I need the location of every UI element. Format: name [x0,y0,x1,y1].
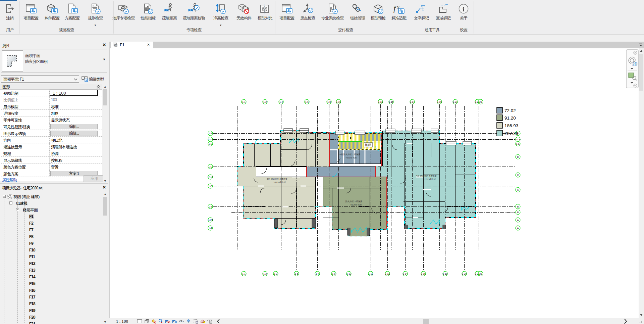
svg-text:f: f [393,4,397,13]
svg-text:C: C [517,189,519,191]
svg-text:C: C [517,174,519,176]
svg-text:1-4: 1-4 [279,101,283,103]
svg-text:A: A [517,219,519,221]
svg-text:1-5: 1-5 [295,273,298,275]
svg-text:186.93平方米: 186.93平方米 [273,181,286,184]
svg-text:227.29: 227.29 [504,131,518,136]
svg-text:1-21: 1-21 [453,101,458,103]
svg-text:1-F: 1-F [209,132,212,135]
svg-text:1-1: 1-1 [242,101,246,103]
svg-text:1-19: 1-19 [437,101,442,103]
svg-text:1-10: 1-10 [346,273,351,275]
svg-text:23: 23 [479,273,482,275]
svg-text:1-2: 1-2 [263,273,267,275]
svg-text:1-1: 1-1 [242,273,246,275]
svg-text:B座 防火分区 2 喷淋栗: B座 防火分区 2 喷淋栗 [267,178,287,180]
svg-text:i: i [463,6,464,13]
svg-text:1/1-E: 1/1-E [515,138,521,141]
svg-text:1-15: 1-15 [389,101,393,103]
svg-text:1-17: 1-17 [410,101,415,103]
svg-text:1-18: 1-18 [443,273,447,275]
svg-text:23: 23 [479,101,482,103]
svg-text:1-16: 1-16 [421,273,426,275]
svg-text:1-B: 1-B [209,205,212,208]
svg-text:1-14: 1-14 [403,273,408,275]
svg-text:1 : 100: 1 : 100 [116,319,128,324]
svg-text:1-1/A: 1-1/A [208,219,213,221]
svg-text:1/1-C: 1/1-C [207,176,213,178]
svg-text:楼梯: 楼梯 [365,143,371,147]
svg-text:227.29平方米: 227.29平方米 [423,178,436,181]
svg-text:1-2: 1-2 [263,101,267,103]
svg-text:1-C: 1-C [208,185,212,187]
svg-text:1-9: 1-9 [332,273,335,275]
svg-text:A: A [517,227,519,229]
svg-text:1-11: 1-11 [368,273,373,275]
svg-text:1-8: 1-8 [327,101,331,103]
svg-text:72.02平方米: 72.02平方米 [345,156,357,159]
svg-text:2D: 2D [632,62,638,66]
svg-text:A座 防火分区 1 喷淋栗: A座 防火分区 1 喷淋栗 [339,153,360,156]
svg-text:91.20: 91.20 [504,115,516,121]
svg-text:1-A: 1-A [209,227,212,229]
svg-text:1-E: 1-E [516,143,520,145]
svg-text:91.20平方米: 91.20平方米 [351,203,362,206]
svg-text:1/1-E: 1/1-E [208,138,213,141]
svg-text:B: B [517,211,519,214]
svg-text:D: D [517,156,519,158]
svg-text:72.02: 72.02 [504,108,516,113]
svg-text:1-7: 1-7 [316,273,319,275]
svg-text:1-20: 1-20 [462,273,467,275]
svg-text:1-12: 1-12 [385,273,390,275]
svg-text:B: B [517,205,519,208]
svg-text:1-3: 1-3 [274,273,277,275]
svg-text:1-10: 1-10 [336,101,341,103]
svg-text:186.93: 186.93 [504,123,518,128]
svg-text:1-6: 1-6 [305,101,309,103]
svg-text:1-E: 1-E [209,143,212,145]
svg-text:1-13: 1-13 [378,101,383,103]
svg-text:防火分区 3 喷淋栗: 防火分区 3 喷淋栗 [345,200,362,203]
svg-text:A座 防火分区 4 喷淋栗: A座 防火分区 4 喷淋栗 [416,175,437,177]
svg-text:1-D: 1-D [208,166,212,168]
